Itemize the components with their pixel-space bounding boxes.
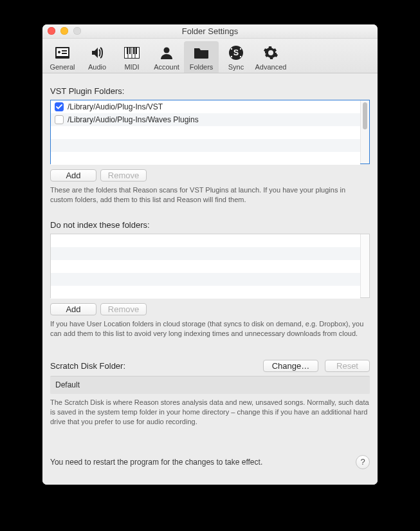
tab-label: MIDI xyxy=(124,63,139,71)
tab-midi[interactable]: MIDI xyxy=(114,41,149,73)
svg-rect-10 xyxy=(136,48,137,54)
folder-icon xyxy=(192,44,210,61)
scratch-change-button[interactable]: Change… xyxy=(263,360,318,372)
gear-icon xyxy=(262,44,280,61)
list-item[interactable]: /Library/Audio/Plug-Ins/VST xyxy=(51,100,360,113)
tab-label: Advanced xyxy=(255,63,287,71)
general-icon xyxy=(53,44,71,61)
tab-folders[interactable]: Folders xyxy=(184,41,219,73)
svg-text:S: S xyxy=(233,48,239,57)
scrollbar[interactable] xyxy=(360,100,369,163)
svg-point-19 xyxy=(231,55,232,57)
svg-rect-8 xyxy=(129,48,131,54)
user-icon xyxy=(158,44,176,61)
noindex-section-label: Do not index these folders: xyxy=(50,220,370,230)
scratch-current-folder: Default xyxy=(50,376,370,394)
svg-point-18 xyxy=(240,48,241,49)
toolbar: General Audio MIDI Account Folders xyxy=(42,39,378,73)
window-title: Folder Settings xyxy=(182,26,238,36)
vst-folder-list[interactable]: /Library/Audio/Plug-Ins/VST /Library/Aud… xyxy=(50,100,370,164)
restart-message: You need to restart the program for the … xyxy=(50,458,356,467)
tab-sync[interactable]: S Sync xyxy=(219,41,253,73)
close-window-button[interactable] xyxy=(48,27,55,35)
svg-rect-3 xyxy=(62,50,67,51)
scratch-reset-button: Reset xyxy=(325,360,370,372)
tab-label: Folders xyxy=(190,63,214,71)
list-item xyxy=(51,247,360,260)
svg-point-17 xyxy=(231,48,232,49)
noindex-add-button[interactable]: Add xyxy=(50,303,96,315)
vst-hint: These are the folders that Reason scans … xyxy=(50,185,370,205)
tab-label: Sync xyxy=(228,63,244,71)
vst-remove-button: Remove xyxy=(100,169,147,182)
sync-icon: S xyxy=(227,44,245,61)
tab-label: General xyxy=(50,63,75,71)
content-area: VST Plugin Folders: /Library/Audio/Plug-… xyxy=(42,73,378,485)
zoom-window-button xyxy=(73,27,81,35)
tab-advanced[interactable]: Advanced xyxy=(253,41,288,73)
scratch-section-label: Scratch Disk Folder: xyxy=(50,361,257,371)
vst-section-label: VST Plugin Folders: xyxy=(50,86,370,96)
tab-account[interactable]: Account xyxy=(149,41,184,73)
preferences-window: Folder Settings General Audio MIDI Acc xyxy=(42,24,378,485)
scrollbar-thumb[interactable] xyxy=(363,102,367,129)
list-item xyxy=(51,139,360,152)
list-item xyxy=(51,273,360,286)
svg-rect-4 xyxy=(62,53,67,54)
folder-path: /Library/Audio/Plug-Ins/Waves Plugins xyxy=(68,115,199,124)
checkbox[interactable] xyxy=(55,115,64,124)
list-item[interactable]: /Library/Audio/Plug-Ins/Waves Plugins xyxy=(51,113,360,126)
scratch-hint: The Scratch Disk is where Reason stores … xyxy=(50,398,370,427)
svg-rect-9 xyxy=(133,48,134,54)
traffic-lights xyxy=(48,27,81,35)
minimize-window-button[interactable] xyxy=(60,27,68,35)
tab-audio[interactable]: Audio xyxy=(80,41,114,73)
list-item xyxy=(51,152,360,165)
noindex-remove-button: Remove xyxy=(100,303,147,315)
folder-path: /Library/Audio/Plug-Ins/VST xyxy=(68,102,163,111)
noindex-hint: If you have User Location folders in clo… xyxy=(50,319,370,339)
svg-point-14 xyxy=(164,47,170,53)
speaker-icon xyxy=(88,44,106,61)
tab-label: Account xyxy=(154,63,179,71)
piano-keys-icon xyxy=(123,44,141,61)
scrollbar[interactable] xyxy=(360,234,369,297)
list-item xyxy=(51,126,360,139)
tab-label: Audio xyxy=(88,63,106,71)
list-item xyxy=(51,234,360,247)
svg-point-2 xyxy=(58,51,60,53)
titlebar: Folder Settings xyxy=(42,24,378,39)
list-item xyxy=(51,286,360,299)
checkbox[interactable] xyxy=(55,102,64,111)
svg-point-20 xyxy=(240,55,241,57)
vst-add-button[interactable]: Add xyxy=(50,169,96,182)
tab-general[interactable]: General xyxy=(45,41,80,73)
list-item xyxy=(51,260,360,273)
noindex-folder-list[interactable] xyxy=(50,234,370,298)
help-button[interactable]: ? xyxy=(356,455,370,469)
